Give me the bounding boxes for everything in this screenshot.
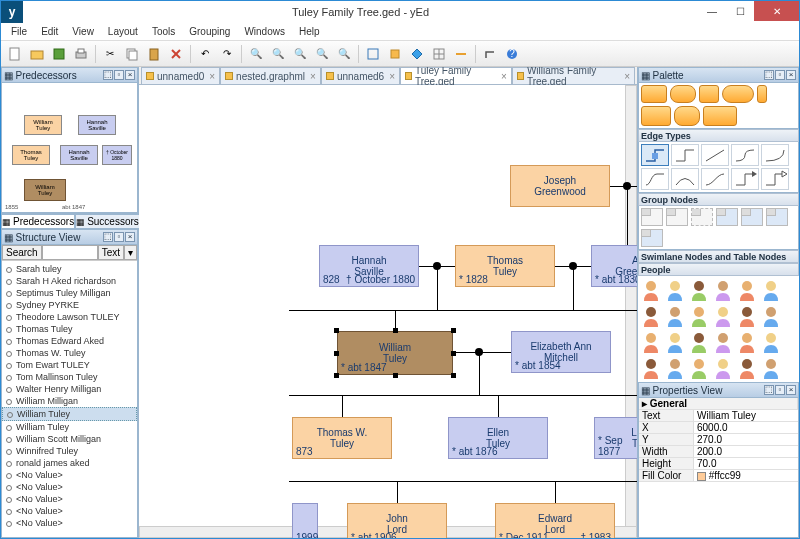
selection-handle[interactable] (334, 373, 339, 378)
shape-rect3[interactable] (703, 106, 737, 126)
node-john[interactable]: John Lord* abt 1906 (347, 503, 447, 538)
person-icon[interactable] (712, 304, 734, 328)
new-doc-button[interactable] (5, 44, 25, 64)
tab-close-icon[interactable]: × (310, 71, 316, 82)
doc-tab[interactable]: Williams Family Tree.ged× (512, 67, 635, 84)
tree-item[interactable]: Thomas W. Tuley (2, 347, 137, 359)
person-icon[interactable] (640, 278, 662, 302)
tree-item[interactable]: ronald james aked (2, 457, 137, 469)
tree-item[interactable]: William Milligan (2, 395, 137, 407)
tree-item[interactable]: Sarah H Aked richardson (2, 275, 137, 287)
undo-button[interactable]: ↶ (195, 44, 215, 64)
tree-item[interactable]: William Tuley (2, 421, 137, 433)
zoom-fit-button[interactable]: 🔍 (290, 44, 310, 64)
node-joseph[interactable]: Joseph Greenwood (510, 165, 610, 207)
group-node-7[interactable] (641, 229, 663, 247)
tree-item[interactable]: Walter Henry Milligan (2, 383, 137, 395)
selection-handle[interactable] (451, 373, 456, 378)
person-icon[interactable] (760, 330, 782, 354)
tree-item[interactable]: William Tuley (2, 407, 137, 421)
menu-edit[interactable]: Edit (35, 25, 64, 38)
tree-item[interactable]: Tom Ewart TULEY (2, 359, 137, 371)
person-icon[interactable] (688, 304, 710, 328)
shape-rect2[interactable] (641, 106, 671, 126)
center-button[interactable] (385, 44, 405, 64)
tab-successors[interactable]: ▦ Successors (75, 214, 140, 229)
snap-button[interactable] (451, 44, 471, 64)
edge-type-3[interactable] (701, 144, 729, 166)
tree-item[interactable]: William Scott Milligan (2, 433, 137, 445)
tab-close-icon[interactable]: × (501, 71, 507, 82)
tree-item[interactable]: Winnifred Tuley (2, 445, 137, 457)
zoom-select-button[interactable]: 🔍 (312, 44, 332, 64)
shape-pill[interactable] (722, 85, 754, 103)
group-node-5[interactable] (741, 208, 763, 226)
shape-round2[interactable] (674, 106, 700, 126)
edge-type-4[interactable] (731, 144, 759, 166)
help-button[interactable]: ? (502, 44, 522, 64)
properties-panel-header[interactable]: ▦ Properties View ⬚▫× (638, 382, 799, 398)
group-node-1[interactable] (641, 208, 663, 226)
tree-item[interactable]: Sarah tuley (2, 263, 137, 275)
shape-rect[interactable] (641, 85, 667, 103)
panel-max-icon[interactable]: ▫ (114, 70, 124, 80)
group-node-2[interactable] (666, 208, 688, 226)
prop-value[interactable]: William Tuley (694, 410, 798, 421)
doc-tab[interactable]: unnamed6× (321, 67, 400, 84)
zoom-area-button[interactable]: 🔍 (334, 44, 354, 64)
menu-view[interactable]: View (66, 25, 100, 38)
tree-item[interactable]: <No Value> (2, 481, 137, 493)
node-ann[interactable]: Ann Greenwood* abt 1830 (591, 245, 637, 287)
tree-item[interactable]: Septimus Tuley Milligan (2, 287, 137, 299)
edge-types-header[interactable]: Edge Types (638, 129, 799, 142)
fit-content-button[interactable] (363, 44, 383, 64)
tree-item[interactable]: Thomas Tuley (2, 323, 137, 335)
menu-windows[interactable]: Windows (238, 25, 291, 38)
edge-type-7[interactable] (671, 168, 699, 190)
zoom-out-button[interactable]: 🔍 (268, 44, 288, 64)
prop-value[interactable]: 6000.0 (694, 422, 798, 433)
group-node-4[interactable] (716, 208, 738, 226)
tree-item[interactable]: Sydney PYRKE (2, 299, 137, 311)
menu-grouping[interactable]: Grouping (183, 25, 236, 38)
person-icon[interactable] (736, 278, 758, 302)
edge-type-2[interactable] (671, 144, 699, 166)
swimlane-header[interactable]: Swimlane Nodes and Table Nodes (638, 250, 799, 263)
structure-panel-header[interactable]: ▦ Structure View ⬚▫× (1, 229, 138, 245)
people-palette[interactable] (638, 276, 799, 382)
edge-type-8[interactable] (701, 168, 729, 190)
menu-file[interactable]: File (5, 25, 33, 38)
group-node-6[interactable] (766, 208, 788, 226)
print-button[interactable] (71, 44, 91, 64)
search-input[interactable] (42, 245, 98, 260)
selection-handle[interactable] (334, 351, 339, 356)
edge-type-5[interactable] (761, 144, 789, 166)
shape-palette[interactable] (638, 83, 799, 129)
tab-close-icon[interactable]: × (209, 71, 215, 82)
tab-predecessors[interactable]: ▦ Predecessors (1, 214, 75, 229)
grid-button[interactable] (429, 44, 449, 64)
person-icon[interactable] (640, 330, 662, 354)
minimize-button[interactable]: — (698, 1, 726, 21)
menu-layout[interactable]: Layout (102, 25, 144, 38)
doc-tab[interactable]: Tuley Family Tree.ged× (400, 67, 512, 84)
person-icon[interactable] (712, 330, 734, 354)
delete-button[interactable] (166, 44, 186, 64)
copy-button[interactable] (122, 44, 142, 64)
selection-handle[interactable] (393, 373, 398, 378)
shape-small[interactable] (757, 85, 767, 103)
orthogonal-button[interactable] (480, 44, 500, 64)
node-edward[interactable]: Edward Lord* Dec 1911† 1983 (495, 503, 615, 538)
person-icon[interactable] (712, 278, 734, 302)
cut-button[interactable]: ✂ (100, 44, 120, 64)
people-header[interactable]: People (638, 263, 799, 276)
search-mode[interactable]: Text (98, 245, 124, 260)
person-icon[interactable] (664, 304, 686, 328)
person-icon[interactable] (688, 278, 710, 302)
redo-button[interactable]: ↷ (217, 44, 237, 64)
structure-tree[interactable]: Sarah tuleySarah H Aked richardsonSeptim… (2, 261, 137, 537)
person-icon[interactable] (736, 356, 758, 380)
person-icon[interactable] (640, 356, 662, 380)
tree-item[interactable]: <No Value> (2, 517, 137, 529)
open-button[interactable] (27, 44, 47, 64)
